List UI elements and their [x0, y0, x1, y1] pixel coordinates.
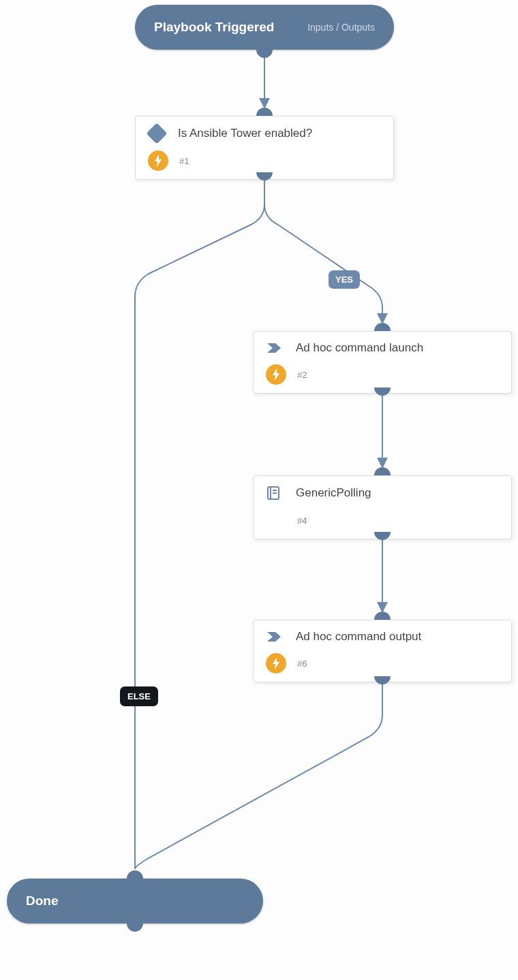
end-node[interactable]: Done: [7, 879, 263, 923]
task-node[interactable]: Ad hoc command launch #2: [253, 331, 512, 394]
start-title: Playbook Triggered: [154, 20, 274, 35]
port-icon: [374, 388, 391, 396]
port-icon: [256, 50, 273, 58]
bolt-icon: [266, 364, 286, 385]
task-node[interactable]: GenericPolling #4: [253, 475, 512, 539]
book-icon: [266, 486, 284, 501]
bolt-icon: [266, 653, 286, 674]
task-number: #2: [297, 370, 307, 380]
chevron-icon: [266, 342, 284, 354]
port-icon: [256, 108, 273, 116]
port-icon: [127, 923, 143, 932]
task-number: #6: [297, 659, 307, 669]
branch-label-yes: YES: [329, 270, 360, 289]
task-number: #4: [297, 516, 307, 526]
inputs-outputs-link[interactable]: Inputs / Outputs: [307, 22, 375, 33]
task-node[interactable]: Ad hoc command output #6: [253, 620, 512, 682]
port-icon: [374, 612, 391, 620]
port-icon: [374, 323, 391, 331]
bolt-icon: [148, 151, 168, 171]
port-icon: [374, 467, 391, 475]
task-node-condition[interactable]: Is Ansible Tower enabled? #1: [135, 116, 394, 180]
start-node[interactable]: Playbook Triggered Inputs / Outputs: [135, 5, 394, 50]
task-title: Ad hoc command launch: [296, 341, 423, 355]
task-title: GenericPolling: [296, 486, 371, 500]
task-title: Ad hoc command output: [296, 630, 421, 644]
chevron-icon: [266, 631, 284, 643]
port-icon: [374, 676, 391, 684]
branch-label-else: ELSE: [120, 686, 158, 706]
task-number: #1: [179, 156, 189, 166]
task-title: Is Ansible Tower enabled?: [178, 127, 312, 140]
port-icon: [127, 870, 143, 879]
diamond-icon: [148, 126, 166, 141]
end-title: Done: [26, 894, 59, 908]
